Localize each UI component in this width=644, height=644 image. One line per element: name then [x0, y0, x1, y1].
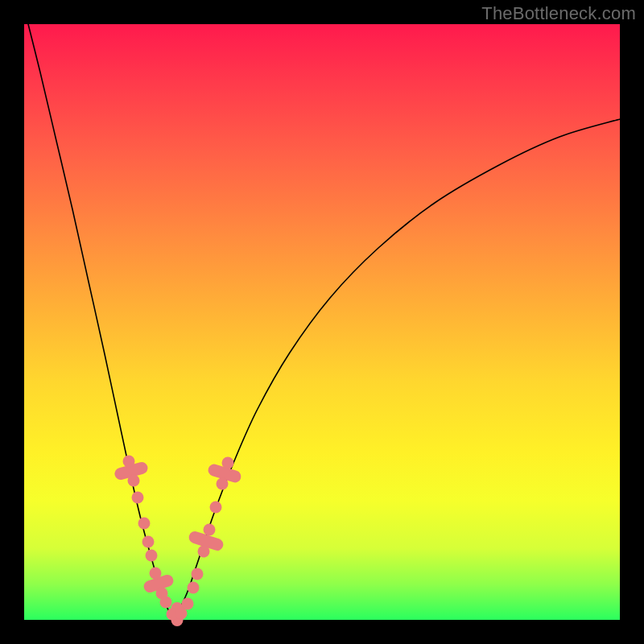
chart-frame — [24, 24, 620, 620]
marker-dot — [146, 550, 158, 562]
marker-dot — [192, 568, 204, 580]
marker-dot — [188, 582, 200, 594]
bottleneck-plot — [24, 24, 620, 620]
marker-dot — [222, 457, 234, 469]
marker-dot — [204, 524, 216, 536]
marker-dots — [123, 456, 234, 621]
marker-dot — [182, 598, 194, 610]
marker-dot — [123, 456, 135, 468]
marker-dot — [160, 597, 172, 609]
marker-dot — [150, 568, 162, 580]
marker-dot — [142, 536, 155, 548]
marker-dot — [217, 478, 229, 490]
marker-dot — [132, 492, 144, 504]
marker-dot — [198, 546, 210, 558]
marker-dot — [138, 518, 151, 530]
bottleneck-curve — [24, 8, 620, 616]
marker-dot — [128, 475, 140, 487]
watermark-text: TheBottleneck.com — [481, 3, 636, 24]
marker-dot — [210, 502, 222, 514]
